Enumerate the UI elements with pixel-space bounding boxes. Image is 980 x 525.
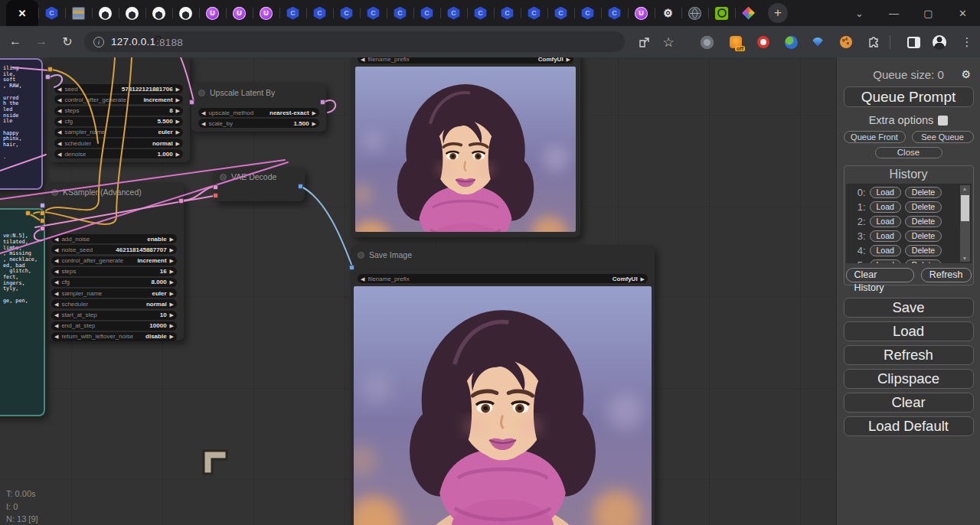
decrement-arrow-icon[interactable]: ◀ (57, 129, 61, 135)
widget-filename-prefix[interactable]: ◀filename_prefixComfyUI▶ (358, 274, 648, 283)
extra-options-checkbox[interactable] (938, 116, 948, 126)
node-port[interactable] (349, 265, 354, 270)
history-delete-button[interactable]: Delete (905, 245, 942, 256)
close-button[interactable]: Close (875, 147, 942, 158)
increment-arrow-icon[interactable]: ▶ (170, 258, 174, 263)
increment-arrow-icon[interactable]: ▶ (312, 110, 316, 116)
negative-prompt-node[interactable]: ve:N.5], tilated, limbs, , missing , nec… (0, 208, 45, 416)
extension-globe-icon[interactable] (700, 35, 714, 49)
increment-arrow-icon[interactable]: ▶ (176, 129, 180, 135)
history-delete-button[interactable]: Delete (905, 187, 942, 198)
queue-front-button[interactable]: Queue Front (844, 131, 906, 143)
increment-arrow-icon[interactable]: ▶ (170, 247, 174, 253)
widget-noise-seed[interactable]: ◀noise_seed462118145887707▶ (51, 245, 177, 254)
history-delete-button[interactable]: Delete (905, 230, 942, 242)
increment-arrow-icon[interactable]: ▶ (176, 141, 180, 146)
new-tab-button[interactable]: + (768, 3, 788, 23)
sampler-settings-node[interactable]: ◀seed578122121881706▶◀control_after_gene… (47, 57, 190, 162)
node-port[interactable] (25, 210, 31, 216)
widget-cfg[interactable]: ◀cfg5.500▶ (54, 117, 183, 126)
forward-button[interactable]: → (32, 32, 51, 51)
browser-tab-comfy-logo[interactable]: C (413, 0, 440, 26)
node-port[interactable] (213, 193, 218, 198)
widget-denoise[interactable]: ◀denoise1.000▶ (54, 149, 183, 158)
decrement-arrow-icon[interactable]: ◀ (57, 97, 61, 103)
browser-tab-comfy-logo[interactable]: C (601, 0, 628, 26)
node-port[interactable] (40, 203, 45, 208)
widget-control-after-generate[interactable]: ◀control_after_generateincrement▶ (51, 256, 177, 266)
reload-button[interactable]: ↻ (58, 32, 77, 51)
scroll-up-icon[interactable]: ▲ (960, 186, 970, 191)
widget-start-at-step[interactable]: ◀start_at_step10▶ (51, 311, 177, 320)
side-panel-icon[interactable] (906, 35, 920, 49)
bookmark-star-icon[interactable]: ☆ (662, 35, 675, 49)
node-port[interactable] (40, 226, 45, 231)
node-collapse-dot[interactable] (198, 90, 205, 96)
increment-arrow-icon[interactable]: ▶ (176, 97, 180, 103)
history-load-button[interactable]: Load (870, 245, 901, 256)
decrement-arrow-icon[interactable]: ◀ (54, 236, 58, 242)
browser-tab-gem[interactable] (735, 0, 762, 26)
history-load-button[interactable]: Load (870, 201, 901, 213)
extension-flame-icon[interactable]: off (729, 35, 743, 49)
widget-steps[interactable]: ◀steps16▶ (51, 267, 177, 276)
browser-tab-github-logo[interactable] (119, 0, 145, 26)
browser-tab-comfy-logo[interactable]: C (333, 0, 360, 26)
widget-steps[interactable]: ◀steps8▶ (54, 106, 183, 116)
share-icon[interactable] (637, 35, 651, 49)
clipspace-button[interactable]: Clipspace (844, 369, 974, 389)
browser-menu-icon[interactable]: ⋮ (960, 35, 974, 49)
close-button[interactable]: ✕ (946, 8, 980, 19)
node-port[interactable] (47, 67, 53, 72)
browser-tab-github-logo[interactable] (92, 0, 119, 26)
browser-tab-u-logo[interactable]: U (628, 0, 655, 26)
decrement-arrow-icon[interactable]: ◀ (57, 108, 61, 113)
vae-decode-node[interactable]: VAE Decode (213, 167, 305, 201)
node-graph-canvas[interactable]: T: 0.00s I: 0 N: 13 [9] iling ile, soft … (0, 57, 836, 525)
decrement-arrow-icon[interactable]: ◀ (201, 121, 205, 126)
decrement-arrow-icon[interactable]: ◀ (361, 276, 364, 282)
increment-arrow-icon[interactable]: ▶ (170, 279, 174, 285)
history-scrollbar[interactable]: ▲ ▼ (960, 185, 970, 262)
widget-return-with-leftover-noise[interactable]: ◀return_with_leftover_noisedisable▶ (51, 332, 177, 341)
decrement-arrow-icon[interactable]: ◀ (361, 57, 364, 62)
node-image-preview[interactable] (355, 67, 576, 232)
widget-add-noise[interactable]: ◀add_noiseenable▶ (51, 234, 177, 243)
increment-arrow-icon[interactable]: ▶ (312, 121, 316, 126)
increment-arrow-icon[interactable]: ▶ (170, 269, 174, 274)
browser-tab-u-logo[interactable]: U (226, 0, 253, 26)
browser-tab-comfy-logo[interactable]: C (306, 0, 333, 26)
widget-end-at-step[interactable]: ◀end_at_step10000▶ (51, 321, 177, 331)
browser-tab-github-logo[interactable] (145, 0, 172, 26)
prompt-text[interactable]: iling ile, soft , RAW, urred h the led n… (0, 60, 41, 163)
browser-tab-comfy-logo[interactable]: C (360, 0, 387, 26)
browser-tab-nvidia-logo[interactable] (708, 0, 735, 26)
tab-search-chevron-button[interactable]: ⌄ (842, 8, 877, 19)
node-collapse-dot[interactable] (358, 252, 364, 259)
decrement-arrow-icon[interactable]: ◀ (54, 269, 58, 274)
browser-tab-comfy-logo[interactable]: C (387, 0, 413, 26)
positive-prompt-node[interactable]: iling ile, soft , RAW, urred h the led n… (0, 58, 43, 190)
site-info-icon[interactable]: i (93, 37, 104, 47)
minimize-button[interactable]: — (877, 8, 911, 19)
decrement-arrow-icon[interactable]: ◀ (54, 312, 58, 318)
increment-arrow-icon[interactable]: ▶ (170, 236, 174, 242)
browser-tab-globe[interactable] (681, 0, 708, 26)
clear-button[interactable]: Clear (844, 393, 974, 412)
scrollbar-thumb[interactable] (961, 195, 969, 221)
history-load-button[interactable]: Load (870, 259, 901, 263)
widget-upscale-method[interactable]: ◀upscale_methodnearest-exact▶ (198, 108, 319, 117)
refresh-button[interactable]: Refresh (844, 345, 974, 365)
node-port[interactable] (213, 184, 218, 190)
decrement-arrow-icon[interactable]: ◀ (57, 152, 61, 157)
load-default-button[interactable]: Load Default (844, 416, 974, 436)
increment-arrow-icon[interactable]: ▶ (170, 323, 174, 328)
increment-arrow-icon[interactable]: ▶ (567, 57, 570, 62)
extensions-puzzle-icon[interactable] (867, 35, 880, 49)
widget-scale-by[interactable]: ◀scale_by1.500▶ (198, 119, 319, 128)
back-button[interactable]: ← (6, 32, 24, 51)
history-delete-button[interactable]: Delete (905, 259, 942, 263)
history-delete-button[interactable]: Delete (905, 216, 942, 227)
browser-tab-comfy-logo[interactable]: C (574, 0, 601, 26)
browser-tab-comfy-logo[interactable]: C (38, 0, 65, 26)
